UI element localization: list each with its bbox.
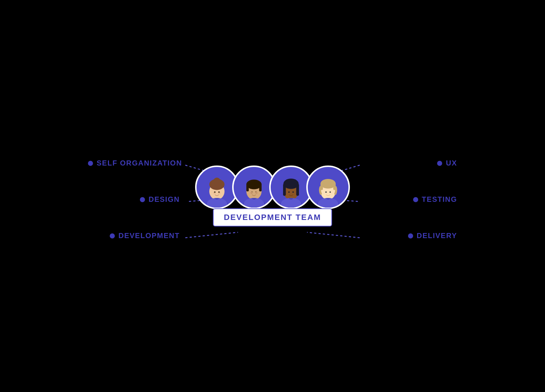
svg-point-13 bbox=[214, 191, 215, 193]
self-organization-text: SELF ORGANIZATION bbox=[97, 159, 182, 167]
svg-point-25 bbox=[255, 192, 258, 194]
testing-text: TESTING bbox=[422, 195, 457, 204]
label-design: DESIGN bbox=[140, 195, 180, 204]
team-label-box: DEVELOPMENT TEAM bbox=[213, 208, 332, 226]
team-label-text: DEVELOPMENT TEAM bbox=[224, 213, 321, 222]
svg-rect-32 bbox=[296, 184, 299, 196]
svg-rect-21 bbox=[259, 184, 262, 191]
delivery-text: DELIVERY bbox=[417, 232, 457, 240]
label-development: DEVELOPMENT bbox=[110, 232, 180, 240]
svg-line-5 bbox=[307, 232, 360, 238]
svg-point-24 bbox=[250, 192, 253, 194]
svg-line-2 bbox=[185, 232, 238, 238]
ux-dot bbox=[437, 161, 442, 166]
team-center-group: DEVELOPMENT TEAM bbox=[195, 166, 350, 226]
delivery-dot bbox=[408, 233, 413, 238]
avatars-row bbox=[195, 166, 350, 209]
svg-rect-20 bbox=[246, 184, 249, 191]
avatar-man-blonde bbox=[306, 166, 350, 209]
label-testing: TESTING bbox=[413, 195, 457, 204]
svg-point-34 bbox=[292, 191, 294, 193]
design-dot bbox=[140, 197, 145, 202]
label-delivery: DELIVERY bbox=[408, 232, 457, 240]
svg-point-10 bbox=[213, 177, 220, 184]
development-text: DEVELOPMENT bbox=[118, 232, 180, 240]
ux-text: UX bbox=[446, 159, 457, 167]
self-organization-dot bbox=[88, 161, 93, 166]
diagram-container: SELF ORGANIZATION DESIGN DEVELOPMENT UX … bbox=[73, 105, 472, 287]
design-text: DESIGN bbox=[149, 195, 180, 204]
label-ux: UX bbox=[437, 159, 457, 167]
svg-point-42 bbox=[325, 191, 327, 193]
svg-point-14 bbox=[218, 191, 220, 193]
testing-dot bbox=[413, 197, 418, 202]
svg-rect-31 bbox=[283, 184, 286, 196]
svg-point-43 bbox=[330, 191, 331, 193]
label-self-organization: SELF ORGANIZATION bbox=[88, 159, 182, 167]
development-dot bbox=[110, 233, 115, 238]
svg-point-33 bbox=[288, 191, 290, 193]
